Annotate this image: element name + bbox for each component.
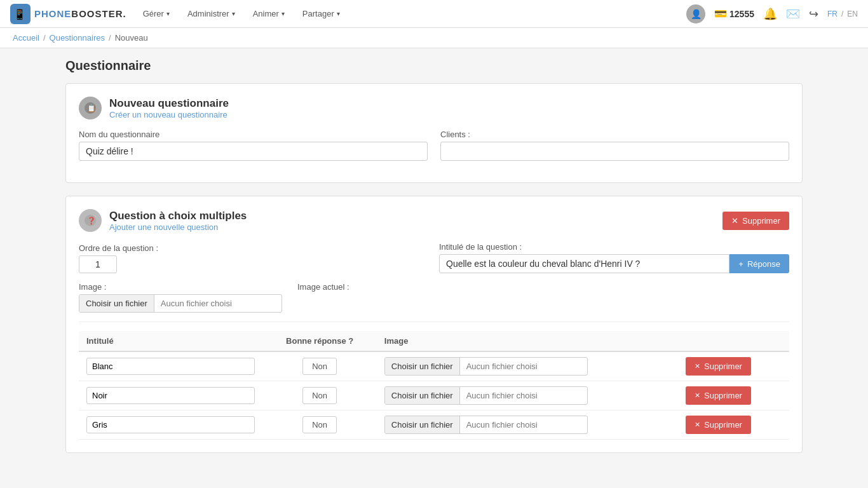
- col-actions: [678, 331, 789, 351]
- logo-booster: BOOSTER.: [71, 8, 126, 19]
- supprimer-row-label-2: Supprimer: [704, 420, 742, 430]
- col-image: Image: [377, 331, 678, 351]
- cell-intitule-1: [79, 381, 262, 410]
- nav-administrer[interactable]: Administrer: [184, 6, 239, 21]
- table-row: Non Choisir un fichier Aucun fichier cho…: [79, 410, 789, 440]
- nom-label: Nom du questionnaire: [79, 130, 428, 139]
- row-file-input-2: Choisir un fichier Aucun fichier choisi: [384, 416, 588, 434]
- navbar: 📱 PHONE BOOSTER. Gérer Administrer Anime…: [0, 0, 868, 28]
- logo: 📱 PHONE BOOSTER.: [10, 4, 126, 24]
- image-file-btn[interactable]: Choisir un fichier: [79, 295, 154, 312]
- nom-group: Nom du questionnaire: [79, 130, 428, 161]
- question-icon: ❓: [79, 209, 102, 232]
- card-header-nouveau: 📋 Nouveau questionnaire Créer un nouveau…: [79, 97, 789, 119]
- bonne-reponse-btn-1[interactable]: Non: [302, 387, 337, 404]
- cell-image-2: Choisir un fichier Aucun fichier choisi: [377, 410, 678, 440]
- question-title-block: Question à choix multiples Ajouter une n…: [109, 210, 247, 232]
- supprimer-row-btn-0[interactable]: ✕ Supprimer: [686, 357, 751, 376]
- table-head: Intitulé Bonne réponse ? Image: [79, 331, 789, 351]
- lang-fr[interactable]: FR: [827, 10, 837, 18]
- clients-label: Clients :: [440, 130, 789, 139]
- avatar-icon: 👤: [691, 9, 702, 19]
- x-row-icon-1: ✕: [695, 391, 700, 400]
- nav-animer[interactable]: Animer: [249, 6, 288, 21]
- supprimer-row-btn-2[interactable]: ✕ Supprimer: [686, 416, 751, 434]
- supprimer-question-button[interactable]: Supprimer: [722, 212, 789, 230]
- image-actuel-label: Image actuel :: [297, 282, 349, 292]
- lang-switcher: FR / EN: [827, 10, 858, 18]
- cell-supprimer-1: ✕ Supprimer: [678, 381, 789, 410]
- svg-text:📱: 📱: [13, 8, 26, 20]
- row-file-name-0: Aucun fichier choisi: [460, 358, 544, 375]
- card-title: Nouveau questionnaire: [109, 97, 229, 110]
- breadcrumb-accueil[interactable]: Accueil: [13, 33, 39, 43]
- user-credits: 💳 12555: [714, 8, 754, 20]
- image-label: Image :: [79, 282, 282, 292]
- intitule-input[interactable]: [439, 254, 729, 273]
- divider: [79, 322, 789, 322]
- row-file-btn-2[interactable]: Choisir un fichier: [385, 416, 460, 433]
- responses-tbody: Non Choisir un fichier Aucun fichier cho…: [79, 351, 789, 440]
- table-row: Non Choisir un fichier Aucun fichier cho…: [79, 381, 789, 410]
- x-row-icon-2: ✕: [695, 421, 700, 429]
- nom-input[interactable]: [79, 142, 428, 161]
- breadcrumb-sep-2: /: [109, 33, 111, 43]
- supprimer-row-btn-1[interactable]: ✕ Supprimer: [686, 386, 751, 405]
- cell-bonne-reponse-0: Non: [262, 351, 376, 381]
- questionnaire-form-row: Nom du questionnaire Clients :: [79, 130, 789, 161]
- clients-input[interactable]: [440, 142, 789, 161]
- intitule-input-1[interactable]: [86, 387, 255, 404]
- card-subtitle[interactable]: Créer un nouveau questionnaire: [109, 110, 229, 119]
- image-actuel-group: Image actuel :: [297, 282, 349, 313]
- supprimer-row-label-0: Supprimer: [704, 362, 742, 371]
- intitule-label: Intitulé de la question :: [439, 242, 789, 252]
- ordre-input[interactable]: [79, 255, 117, 273]
- image-file-input: Choisir un fichier Aucun fichier choisi: [79, 294, 282, 313]
- svg-text:📋: 📋: [87, 104, 96, 112]
- cell-bonne-reponse-1: Non: [262, 381, 376, 410]
- card-title-block: Nouveau questionnaire Créer un nouveau q…: [109, 97, 229, 119]
- add-reponse-button[interactable]: Réponse: [729, 254, 789, 273]
- row-file-input-1: Choisir un fichier Aucun fichier choisi: [384, 386, 588, 405]
- row-file-name-1: Aucun fichier choisi: [460, 387, 544, 404]
- nav-partager[interactable]: Partager: [299, 6, 344, 21]
- question-fields-row: Ordre de la question : Intitulé de la qu…: [79, 242, 789, 273]
- avatar: 👤: [686, 4, 705, 24]
- row-file-btn-1[interactable]: Choisir un fichier: [385, 387, 460, 404]
- question-subtitle[interactable]: Ajouter une nouvelle question: [109, 222, 247, 232]
- x-row-icon-0: ✕: [695, 362, 700, 370]
- nav-gerer[interactable]: Gérer: [139, 6, 173, 21]
- page-title: Questionnaire: [65, 58, 803, 73]
- supprimer-label: Supprimer: [742, 216, 780, 226]
- bonne-reponse-btn-2[interactable]: Non: [302, 416, 337, 433]
- quiz-icon: 📋: [79, 97, 102, 119]
- bonne-reponse-btn-0[interactable]: Non: [302, 358, 337, 375]
- lang-en[interactable]: EN: [847, 10, 858, 18]
- row-file-input-0: Choisir un fichier Aucun fichier choisi: [384, 357, 588, 376]
- page-content: Questionnaire 📋 Nouveau questionnaire Cr…: [53, 48, 815, 476]
- question-title: Question à choix multiples: [109, 210, 247, 222]
- row-file-name-2: Aucun fichier choisi: [460, 416, 544, 433]
- col-bonne-reponse: Bonne réponse ?: [262, 331, 376, 351]
- credits-icon: 💳: [714, 8, 727, 20]
- logout-icon[interactable]: ↪: [809, 7, 818, 21]
- notifications-icon[interactable]: 🔔: [763, 7, 777, 21]
- supprimer-row-label-1: Supprimer: [704, 391, 742, 400]
- clients-group: Clients :: [440, 130, 789, 161]
- question-header-left: ❓ Question à choix multiples Ajouter une…: [79, 209, 247, 232]
- breadcrumb: Accueil / Questionnaires / Nouveau: [0, 28, 868, 48]
- intitule-with-btn: Réponse: [439, 254, 789, 273]
- breadcrumb-questionnaires[interactable]: Questionnaires: [50, 33, 105, 43]
- intitule-input-2[interactable]: [86, 416, 255, 433]
- navbar-right: 👤 💳 12555 🔔 ✉️ ↪ FR / EN: [686, 4, 858, 24]
- question-header: ❓ Question à choix multiples Ajouter une…: [79, 209, 789, 232]
- mail-icon[interactable]: ✉️: [786, 7, 800, 21]
- ordre-group: Ordre de la question :: [79, 243, 429, 273]
- breadcrumb-current: Nouveau: [115, 33, 148, 43]
- row-file-btn-0[interactable]: Choisir un fichier: [385, 358, 460, 375]
- intitule-input-0[interactable]: [86, 358, 255, 375]
- image-file-name: Aucun fichier choisi: [154, 295, 238, 312]
- x-icon: [731, 216, 738, 226]
- cell-intitule-2: [79, 410, 262, 440]
- intitule-group: Intitulé de la question : Réponse: [439, 242, 789, 273]
